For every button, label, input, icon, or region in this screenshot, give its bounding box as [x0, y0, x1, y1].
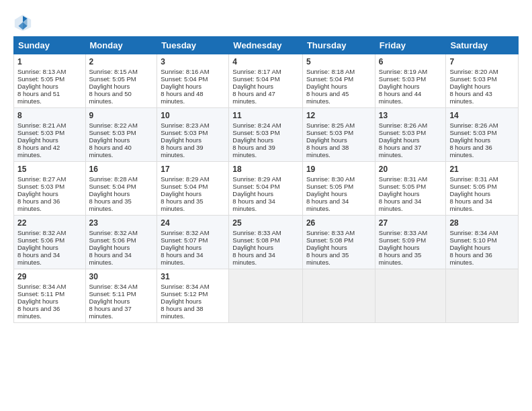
sunset: Sunset: 5:08 PM: [306, 236, 353, 244]
day-number: 3: [161, 57, 225, 66]
day-number: 22: [17, 218, 82, 228]
calendar-day-cell: 24 Sunrise: 8:32 AM Sunset: 5:07 PM Dayl…: [157, 216, 229, 269]
daylight-duration: 8 hours and 34 minutes.: [379, 197, 421, 212]
daylight-duration: 8 hours and 35 minutes.: [306, 251, 349, 266]
day-number: 19: [306, 165, 371, 174]
daylight-duration: 8 hours and 51 minutes.: [17, 90, 60, 105]
daylight-label: Daylight hours: [89, 190, 130, 197]
sunrise: Sunrise: 8:32 AM: [89, 229, 138, 236]
calendar-day-cell: 31 Sunrise: 8:34 AM Sunset: 5:12 PM Dayl…: [157, 269, 229, 323]
daylight-duration: 8 hours and 50 minutes.: [89, 90, 132, 105]
calendar-day-cell: 23 Sunrise: 8:32 AM Sunset: 5:06 PM Dayl…: [85, 216, 157, 269]
weekday-header-cell: Tuesday: [157, 37, 229, 54]
daylight-duration: 8 hours and 40 minutes.: [89, 144, 132, 158]
day-number: 10: [161, 111, 225, 120]
calendar-day-cell: 25 Sunrise: 8:33 AM Sunset: 5:08 PM Dayl…: [229, 216, 303, 269]
day-number: 11: [232, 111, 299, 120]
daylight-label: Daylight hours: [379, 136, 420, 144]
day-number: 20: [379, 165, 443, 174]
calendar-day-cell: 28 Sunrise: 8:34 AM Sunset: 5:10 PM Dayl…: [446, 216, 519, 269]
calendar-day-cell: [302, 269, 375, 323]
calendar-day-cell: 16 Sunrise: 8:28 AM Sunset: 5:04 PM Dayl…: [85, 162, 157, 216]
day-number: 4: [232, 57, 299, 66]
sunrise: Sunrise: 8:26 AM: [449, 122, 498, 129]
sunrise: Sunrise: 8:25 AM: [306, 122, 355, 129]
daylight-duration: 8 hours and 37 minutes.: [379, 144, 421, 158]
daylight-label: Daylight hours: [232, 136, 273, 144]
calendar-day-cell: 21 Sunrise: 8:31 AM Sunset: 5:05 PM Dayl…: [446, 162, 519, 216]
daylight-label: Daylight hours: [379, 244, 420, 251]
sunrise: Sunrise: 8:13 AM: [17, 68, 66, 75]
daylight-duration: 8 hours and 34 minutes.: [306, 197, 349, 212]
daylight-label: Daylight hours: [161, 244, 202, 251]
calendar-day-cell: [375, 269, 446, 323]
daylight-label: Daylight hours: [17, 244, 58, 251]
sunset: Sunset: 5:05 PM: [17, 75, 64, 83]
calendar-day-cell: 30 Sunrise: 8:34 AM Sunset: 5:11 PM Dayl…: [85, 269, 157, 323]
sunset: Sunset: 5:03 PM: [449, 75, 496, 83]
calendar-day-cell: 3 Sunrise: 8:16 AM Sunset: 5:04 PM Dayli…: [157, 54, 229, 108]
daylight-duration: 8 hours and 35 minutes.: [89, 197, 132, 212]
daylight-duration: 8 hours and 39 minutes.: [161, 144, 203, 158]
logo-icon: [13, 13, 32, 32]
sunrise: Sunrise: 8:20 AM: [449, 68, 498, 75]
day-number: 1: [17, 57, 82, 66]
sunset: Sunset: 5:03 PM: [17, 183, 64, 190]
sunset: Sunset: 5:05 PM: [379, 183, 426, 190]
day-number: 12: [306, 111, 371, 120]
sunset: Sunset: 5:04 PM: [161, 183, 208, 190]
daylight-duration: 8 hours and 34 minutes.: [449, 197, 492, 212]
sunset: Sunset: 5:03 PM: [161, 129, 208, 136]
calendar-day-cell: 27 Sunrise: 8:33 AM Sunset: 5:09 PM Dayl…: [375, 216, 446, 269]
daylight-label: Daylight hours: [449, 83, 490, 90]
page-header: [13, 11, 519, 32]
day-number: 24: [161, 218, 225, 228]
daylight-label: Daylight hours: [161, 83, 202, 90]
daylight-duration: 8 hours and 47 minutes.: [232, 90, 275, 105]
sunrise: Sunrise: 8:27 AM: [17, 175, 66, 183]
sunset: Sunset: 5:03 PM: [379, 129, 426, 136]
sunset: Sunset: 5:05 PM: [449, 183, 496, 190]
day-number: 25: [232, 218, 299, 228]
daylight-duration: 8 hours and 34 minutes.: [232, 197, 275, 212]
sunset: Sunset: 5:08 PM: [232, 236, 279, 244]
calendar-week-row: 22 Sunrise: 8:32 AM Sunset: 5:06 PM Dayl…: [14, 216, 519, 269]
sunrise: Sunrise: 8:33 AM: [379, 229, 427, 236]
sunrise: Sunrise: 8:31 AM: [449, 175, 498, 183]
sunset: Sunset: 5:04 PM: [89, 183, 136, 190]
calendar-day-cell: 9 Sunrise: 8:22 AM Sunset: 5:03 PM Dayli…: [85, 108, 157, 162]
day-number: 15: [17, 165, 82, 174]
daylight-label: Daylight hours: [161, 136, 202, 144]
daylight-label: Daylight hours: [17, 190, 58, 197]
day-number: 27: [379, 218, 443, 228]
sunset: Sunset: 5:11 PM: [17, 290, 64, 298]
daylight-duration: 8 hours and 37 minutes.: [89, 305, 132, 320]
sunrise: Sunrise: 8:29 AM: [161, 175, 209, 183]
sunset: Sunset: 5:03 PM: [89, 129, 136, 136]
calendar-day-cell: 8 Sunrise: 8:21 AM Sunset: 5:03 PM Dayli…: [14, 108, 86, 162]
daylight-label: Daylight hours: [306, 244, 347, 251]
sunset: Sunset: 5:07 PM: [161, 236, 208, 244]
calendar-day-cell: 14 Sunrise: 8:26 AM Sunset: 5:03 PM Dayl…: [446, 108, 519, 162]
day-number: 23: [89, 218, 154, 228]
sunrise: Sunrise: 8:15 AM: [89, 68, 138, 75]
daylight-label: Daylight hours: [306, 190, 347, 197]
sunrise: Sunrise: 8:23 AM: [161, 122, 209, 129]
daylight-label: Daylight hours: [17, 83, 58, 90]
calendar-day-cell: 7 Sunrise: 8:20 AM Sunset: 5:03 PM Dayli…: [446, 54, 519, 108]
sunrise: Sunrise: 8:33 AM: [306, 229, 355, 236]
calendar-table: SundayMondayTuesdayWednesdayThursdayFrid…: [13, 36, 519, 323]
sunset: Sunset: 5:06 PM: [17, 236, 64, 244]
calendar-week-row: 1 Sunrise: 8:13 AM Sunset: 5:05 PM Dayli…: [14, 54, 519, 108]
sunset: Sunset: 5:10 PM: [449, 236, 496, 244]
day-number: 18: [232, 165, 299, 174]
day-number: 21: [449, 165, 515, 174]
daylight-duration: 8 hours and 38 minutes.: [306, 144, 349, 158]
day-number: 6: [379, 57, 443, 66]
calendar-day-cell: 15 Sunrise: 8:27 AM Sunset: 5:03 PM Dayl…: [14, 162, 86, 216]
daylight-duration: 8 hours and 39 minutes.: [232, 144, 275, 158]
daylight-duration: 8 hours and 38 minutes.: [161, 305, 203, 320]
sunrise: Sunrise: 8:33 AM: [232, 229, 281, 236]
sunrise: Sunrise: 8:22 AM: [89, 122, 138, 129]
sunrise: Sunrise: 8:32 AM: [17, 229, 66, 236]
